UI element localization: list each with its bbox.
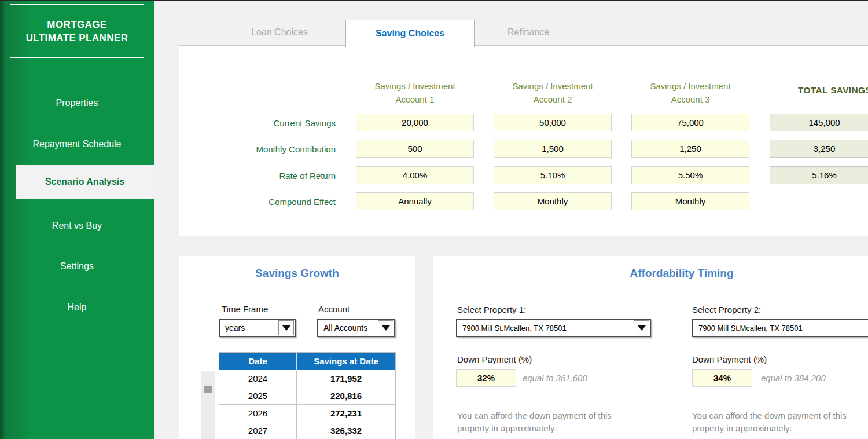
compound-effect-account2-input[interactable]: Monthly [494,192,612,210]
current-savings-account3-input[interactable]: 75,000 [631,114,749,131]
sidebar-item-label: Help [68,302,87,313]
savings-growth-table: Date Savings at Date 2024 171,952 2025 2… [219,352,396,439]
app-title-line2: ULTIMATE PLANNER [5,31,149,45]
savings-cell: 272,231 [297,405,395,422]
table-row: 2024 171,952 [219,370,395,387]
account2-header-line1: Savings / Investment [494,79,612,93]
monthly-contribution-account2-input[interactable]: 1,500 [494,140,612,158]
account-value: All Accounts [318,323,377,332]
account1-header-line2: Account 1 [356,93,474,106]
table-scrollbar[interactable] [201,371,215,439]
sidebar-item-label: Rent vs Buy [52,221,102,231]
account1-header-line1: Savings / Investment [356,79,474,93]
sidebar-item-rent-vs-buy[interactable]: Rent vs Buy [0,215,154,236]
account3-header-line1: Savings / Investment [631,79,749,93]
window-top-edge [0,0,868,1]
sidebar-item-repayment-schedule[interactable]: Repayment Schedule [0,134,154,155]
table-row: 2025 220,816 [219,387,395,404]
property1-value: 7900 Mill St.Mcallen, TX 78501 [457,324,633,332]
time-frame-dropdown[interactable]: years [219,319,296,337]
compound-effect-label: Compound Effect [174,196,336,207]
monthly-contribution-account3-input[interactable]: 1,250 [631,140,749,158]
down-payment2-equal-to: equal to 384,200 [761,373,826,383]
compound-effect-account3-input[interactable]: Monthly [631,192,749,210]
affordability-note2: You can afford the down payment of this … [692,409,866,435]
property2-dropdown[interactable]: 7900 Mill St.Mcallen, TX 78501 [692,319,868,337]
sidebar-item-label: Properties [56,98,98,108]
savings-cell: 171,952 [297,370,395,387]
down-payment1-label: Down Payment (%) [457,354,532,364]
tab-label: Saving Choices [376,28,444,39]
table-row: 2027 326,332 [219,422,395,439]
sidebar-item-scenario-analysis[interactable]: Scenario Analysis [16,165,154,199]
app-title: MORTGAGE ULTIMATE PLANNER [5,18,149,45]
compound-effect-account1-input[interactable]: Annually [356,192,474,210]
rate-of-return-label: Rate of Return [174,170,336,181]
sidebar-item-settings[interactable]: Settings [0,256,154,277]
down-payment2-input[interactable]: 34% [692,369,752,387]
sidebar-item-label: Scenario Analysis [45,177,124,187]
table-header-row: Date Savings at Date [219,353,395,370]
sidebar-title-divider [10,57,144,58]
sidebar-item-help[interactable]: Help [0,297,154,318]
account-dropdown[interactable]: All Accounts [317,319,395,337]
account2-header-line2: Account 2 [494,93,612,106]
rate-of-return-account2-input[interactable]: 5.10% [494,166,612,184]
affordability-note1: You can afford the down payment of this … [457,409,631,435]
account-label: Account [318,304,350,314]
current-savings-label: Current Savings [174,118,336,129]
rate-of-return-account3-input[interactable]: 5.50% [631,166,749,184]
savings-column-header: Savings at Date [297,353,395,370]
down-payment1-equal-to: equal to 361,600 [523,373,587,383]
tab-refinance[interactable]: Refinance [507,27,549,38]
monthly-contribution-account1-input[interactable]: 500 [356,140,474,158]
date-column-header: Date [219,353,297,370]
select-property1-label: Select Property 1: [457,305,526,314]
current-savings-total: 145,000 [770,114,868,131]
account2-header: Savings / Investment Account 2 [494,79,612,106]
date-cell: 2027 [219,422,297,439]
tab-loan-choices[interactable]: Loan Choices [251,27,308,38]
sidebar-top-divider [10,4,144,5]
dropdown-arrow-button[interactable] [378,320,393,335]
sidebar-item-label: Repayment Schedule [33,139,122,149]
time-frame-label: Time Frame [222,304,268,314]
time-frame-value: years [220,323,278,332]
savings-cell: 220,816 [297,387,395,404]
scrollbar-thumb[interactable] [204,386,212,393]
monthly-contribution-total: 3,250 [770,140,868,158]
date-cell: 2025 [219,387,297,404]
total-savings-header: TOTAL SAVINGS [770,85,868,96]
date-cell: 2024 [219,370,297,387]
rate-of-return-total: 5.16% [770,166,868,184]
sidebar-item-properties[interactable]: Properties [0,93,154,114]
savings-growth-title: Savings Growth [179,267,415,280]
dropdown-arrow-button[interactable] [634,320,649,335]
account1-header: Savings / Investment Account 1 [356,79,474,106]
account3-header-line2: Account 3 [631,93,749,106]
sidebar: MORTGAGE ULTIMATE PLANNER Properties Rep… [0,0,154,439]
current-savings-account2-input[interactable]: 50,000 [494,114,612,131]
property2-value: 7900 Mill St.Mcallen, TX 78501 [693,324,868,332]
savings-cell: 326,332 [297,422,395,439]
date-cell: 2026 [219,405,297,422]
monthly-contribution-label: Monthly Contribution [174,144,336,155]
table-row: 2026 272,231 [219,404,395,422]
property1-dropdown[interactable]: 7900 Mill St.Mcallen, TX 78501 [456,319,651,337]
tab-saving-choices[interactable]: Saving Choices [345,20,475,47]
chevron-down-icon [282,325,290,331]
app-title-line1: MORTGAGE [5,18,149,31]
affordability-timing-title: Affordability Timing [433,267,868,280]
chevron-down-icon [638,325,646,331]
account3-header: Savings / Investment Account 3 [631,79,749,106]
chevron-down-icon [382,325,390,331]
current-savings-account1-input[interactable]: 20,000 [356,114,474,131]
sidebar-item-label: Settings [60,261,94,272]
select-property2-label: Select Property 2: [692,305,761,314]
down-payment1-input[interactable]: 32% [456,369,516,387]
dropdown-arrow-button[interactable] [278,320,294,335]
down-payment2-label: Down Payment (%) [692,354,767,364]
rate-of-return-account1-input[interactable]: 4.00% [356,166,474,184]
